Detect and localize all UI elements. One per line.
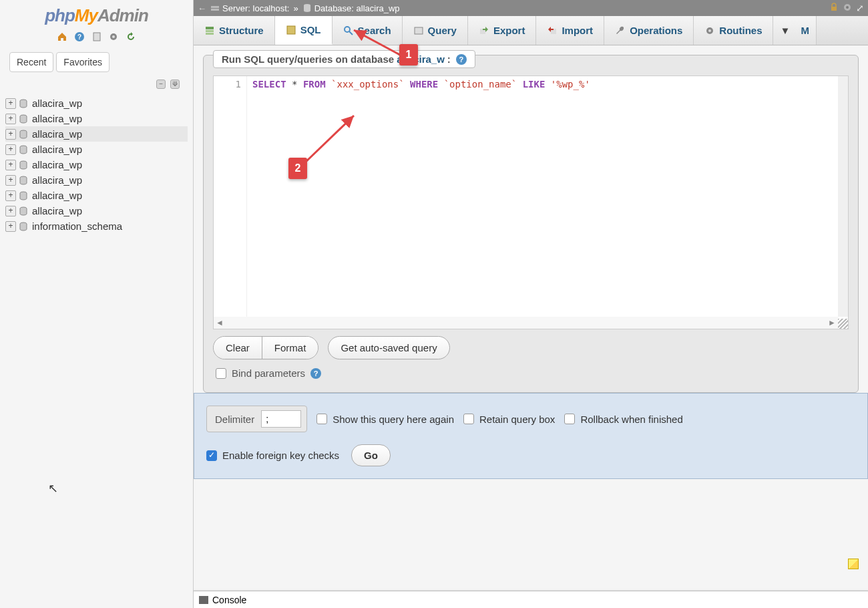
options-row-2: Enable foreign key checks Go [206, 444, 855, 466]
recent-button[interactable]: Recent [9, 52, 53, 72]
tree-node[interactable]: +allacira_wp [5, 96, 188, 111]
breadcrumb-server[interactable]: Server: localhost: [210, 3, 289, 13]
editor-vscrollbar[interactable] [838, 76, 848, 317]
breadcrumb-database[interactable]: Database: allacira_wp [302, 3, 400, 13]
gear-icon[interactable] [843, 3, 852, 14]
editor-code[interactable]: SELECT * FROM `xxx_options` WHERE `optio… [247, 76, 848, 329]
expand-icon[interactable]: + [5, 175, 16, 186]
legend-dbname[interactable]: allacira_w [397, 53, 445, 65]
docs-icon[interactable] [91, 31, 102, 42]
rollback-label: Rollback when finished [580, 414, 682, 425]
show-again-item[interactable]: Show this query here again [316, 414, 454, 425]
expand-icon[interactable]: + [5, 206, 16, 216]
clear-button[interactable]: Clear [214, 337, 262, 359]
wrench-icon [615, 25, 626, 36]
bind-parameters-checkbox[interactable] [216, 368, 226, 379]
lock-icon[interactable] [829, 3, 839, 14]
svg-text:?: ? [77, 33, 81, 41]
favorites-button[interactable]: Favorites [56, 52, 110, 72]
routines-icon [704, 25, 715, 36]
sticky-note-icon[interactable] [848, 559, 859, 569]
format-button[interactable]: Format [262, 337, 318, 359]
retain-checkbox[interactable] [463, 414, 474, 424]
svg-rect-23 [287, 26, 295, 34]
expand-icon[interactable]: + [5, 98, 16, 109]
sidebar: phpMyAdmin ? Recent Favorites − ⟱ +allac… [0, 0, 194, 608]
sql-icon [286, 25, 296, 35]
phpmyadmin-logo: phpMyAdmin [0, 0, 193, 29]
tab-sql[interactable]: SQL [275, 16, 333, 45]
expand-icon[interactable]: + [5, 160, 16, 170]
kw-select: SELECT [252, 79, 286, 90]
tab-more[interactable]: ▼ M [773, 16, 817, 45]
expand-icon[interactable]: + [5, 190, 16, 201]
breadcrumb-sep: » [293, 3, 298, 13]
database-icon [19, 99, 28, 108]
reload-icon[interactable] [126, 31, 136, 42]
rollback-checkbox[interactable] [564, 414, 575, 424]
fieldset-legend: Run SQL query/queries on database allaci… [213, 50, 475, 68]
logout-icon[interactable]: ? [74, 31, 85, 42]
legend-suffix: : [447, 53, 451, 65]
retain-item[interactable]: Retain query box [463, 414, 555, 425]
help-icon[interactable]: ? [456, 54, 467, 65]
help-icon[interactable]: ? [310, 368, 321, 379]
delimiter-input[interactable] [261, 410, 301, 428]
collapse-all-icon[interactable]: − [156, 80, 166, 89]
resize-grip-icon[interactable] [838, 319, 848, 329]
tab-label: Operations [630, 25, 682, 36]
svg-rect-26 [415, 27, 423, 34]
structure-icon [204, 25, 215, 36]
tab-export[interactable]: Export [468, 16, 537, 45]
search-icon [343, 25, 354, 36]
fk-checkbox[interactable] [206, 450, 217, 461]
go-button[interactable]: Go [351, 444, 391, 466]
tree-label: information_schema [32, 220, 122, 232]
tree-node[interactable]: +allacira_wp [5, 111, 188, 126]
sql-fieldset: Run SQL query/queries on database allaci… [203, 55, 859, 393]
export-icon [479, 25, 489, 36]
tree-node[interactable]: +allacira_wp [5, 188, 188, 203]
breadcrumb-back-icon[interactable]: ← [198, 3, 206, 13]
breadcrumb-server-label: Server: localhost: [222, 3, 289, 13]
show-again-checkbox[interactable] [316, 414, 327, 424]
tab-query[interactable]: Query [403, 16, 468, 45]
show-again-label: Show this query here again [333, 414, 454, 425]
tree-node[interactable]: +allacira_wp [5, 142, 188, 157]
svg-point-24 [345, 27, 350, 32]
console-label: Console [212, 595, 246, 605]
tree-node[interactable]: +allacira_wp [5, 157, 188, 172]
fk-item[interactable]: Enable foreign key checks [206, 450, 339, 461]
tree-label: allacira_wp [32, 113, 82, 124]
tab-routines[interactable]: Routines [694, 16, 773, 45]
settings-icon[interactable] [108, 31, 119, 42]
rollback-item[interactable]: Rollback when finished [564, 414, 682, 425]
tree-node[interactable]: +information_schema [5, 218, 188, 234]
tree-label: allacira_wp [32, 144, 82, 155]
tab-operations[interactable]: Operations [604, 16, 694, 45]
delimiter-box: Delimiter [206, 406, 307, 432]
expand-icon[interactable]: + [5, 144, 16, 155]
bind-parameters-label: Bind parameters [232, 367, 305, 379]
tab-structure[interactable]: Structure [194, 16, 275, 45]
console-bar[interactable]: Console [194, 591, 868, 608]
expand-icon[interactable]: + [5, 221, 16, 232]
tab-search[interactable]: Search [333, 16, 403, 45]
tab-label: Import [562, 25, 593, 36]
home-icon[interactable] [57, 31, 67, 42]
link-icon[interactable]: ⟱ [170, 80, 180, 89]
expand-icon[interactable]: ⤢ [856, 3, 864, 14]
tree-label: allacira_wp [32, 205, 82, 216]
editor-hscrollbar[interactable]: ◄► [214, 317, 838, 329]
tree-node[interactable]: +allacira_wp [5, 126, 188, 142]
bind-parameters-row: Bind parameters ? [216, 367, 846, 379]
tree-node[interactable]: +allacira_wp [5, 203, 188, 218]
expand-icon[interactable]: + [5, 114, 16, 124]
tab-label: M [801, 25, 810, 36]
tree-node[interactable]: +allacira_wp [5, 172, 188, 188]
get-autosaved-button[interactable]: Get auto-saved query [328, 336, 449, 359]
tab-import[interactable]: Import [536, 16, 604, 45]
sql-editor[interactable]: 1 SELECT * FROM `xxx_options` WHERE `opt… [213, 75, 849, 329]
expand-icon[interactable]: + [5, 129, 16, 140]
database-icon [19, 222, 28, 231]
